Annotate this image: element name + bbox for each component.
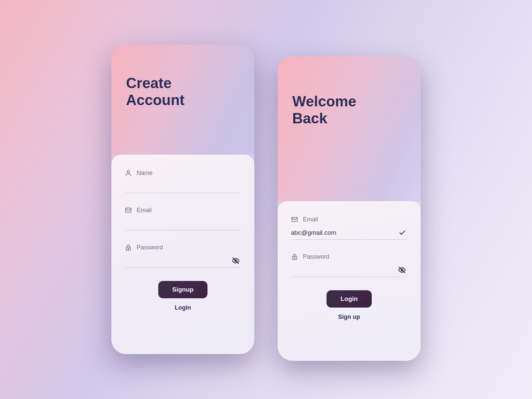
mail-icon [291,216,298,223]
email-field-group: Email [125,206,241,230]
password-field-group: Password [125,244,241,268]
signup-actions: Signup Login [125,281,241,311]
go-to-signup-button[interactable]: Sign up [338,314,360,321]
password-input[interactable] [125,257,241,264]
mail-icon [125,206,132,214]
email-label-row: Email [125,206,241,214]
login-password-label-row: Password [291,253,407,260]
svg-point-8 [294,257,295,258]
name-field-group: Name [125,169,241,193]
login-email-label: Email [303,216,318,223]
login-password-input-line [291,263,407,277]
go-to-login-button[interactable]: Login [175,304,191,311]
visibility-off-icon[interactable] [232,257,240,265]
svg-rect-2 [126,247,131,250]
login-password-input[interactable] [291,266,407,274]
email-input-line [125,216,241,230]
lock-icon [125,244,132,251]
login-title: WelcomeBack [292,93,406,127]
person-icon [125,169,132,177]
login-email-field-group: Email [291,216,407,240]
login-password-field-group: Password [291,253,407,277]
check-icon [399,229,406,236]
email-input[interactable] [125,220,241,227]
signup-button[interactable]: Signup [158,281,207,298]
login-card: WelcomeBack Email Password [278,57,421,361]
login-hero: WelcomeBack [278,57,421,201]
svg-point-3 [128,248,129,249]
name-label-row: Name [125,169,241,177]
login-form: Email Password [278,201,421,361]
password-input-line [125,254,241,268]
password-label-row: Password [125,244,241,251]
login-button[interactable]: Login [327,290,372,308]
login-email-input-line [291,226,407,240]
email-label: Email [137,207,152,214]
password-label: Password [137,244,163,251]
login-email-input[interactable] [291,229,407,236]
login-actions: Login Sign up [291,290,407,321]
login-password-label: Password [303,253,329,260]
login-email-label-row: Email [291,216,407,223]
signup-form: Name Email Password [111,155,254,354]
lock-icon [291,253,298,260]
name-input[interactable] [125,183,241,190]
name-label: Name [137,170,153,177]
visibility-off-icon[interactable] [398,266,406,274]
signup-hero: CreateAccount [111,45,254,155]
svg-point-0 [127,171,129,173]
svg-rect-7 [293,256,297,259]
signup-card: CreateAccount Name Email [111,45,254,354]
signup-title: CreateAccount [126,75,240,108]
name-input-line [125,179,241,193]
